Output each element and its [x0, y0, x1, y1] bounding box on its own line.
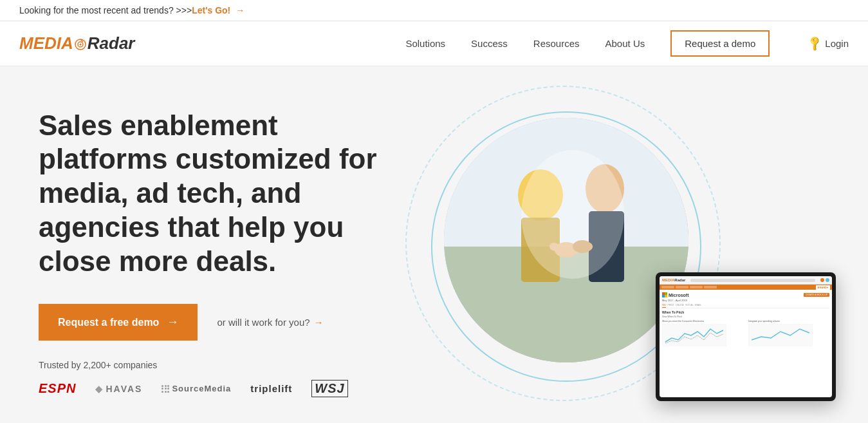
device-chart-container: Show you meet the Consumer Electronics I… — [662, 320, 829, 347]
device-search-bar — [690, 279, 815, 282]
logo-radar: Radar — [88, 33, 135, 53]
free-demo-button[interactable]: Request a free demo → — [39, 304, 198, 341]
brand-logo-sourcemedia: SourceMedia — [162, 384, 231, 393]
device-tab-active: PAY — [662, 304, 666, 308]
device-nav-item-2 — [676, 286, 688, 288]
banner-link[interactable]: Let's Go! → — [192, 5, 245, 15]
device-company-name: Microsoft — [669, 293, 689, 297]
device-chart-title: When To Pitch — [662, 310, 829, 314]
device-date-range: May 2017 - April 2019 — [662, 299, 829, 302]
device-cta-btn: BRAND▾ — [816, 285, 830, 290]
free-demo-label: Request a free demo — [58, 317, 159, 328]
device-create-btn: CREATE A MOCK-UP — [804, 293, 829, 297]
nav-item-resources[interactable]: Resources — [533, 38, 580, 49]
device-nav-item-4 — [704, 286, 717, 288]
device-mockup: MEDIARadar BRAND▾ — [656, 272, 836, 401]
request-demo-button[interactable]: Request a demo — [670, 30, 770, 57]
nav-item-solutions[interactable]: Solutions — [405, 38, 445, 49]
logo-media: MEDIA — [19, 33, 73, 53]
secondary-cta-arrow: → — [314, 317, 324, 328]
device-right-chart: Integrate your spending volume — [748, 320, 829, 347]
banner-arrow-icon: → — [235, 5, 245, 15]
ms-q1 — [662, 292, 665, 295]
device-content: Microsoft CREATE A MOCK-UP May 2017 - Ap… — [660, 290, 832, 350]
hero-title: Sales enablement platforms customized fo… — [39, 109, 392, 279]
brand-logos-row: ESPN ◆HAVAS SourceMedia triplelif — [39, 380, 392, 397]
main-nav: Solutions Success Resources About Us Req… — [405, 30, 849, 57]
login-label: Login — [825, 38, 849, 49]
device-tab-2: PRINT — [667, 304, 674, 308]
ms-q3 — [662, 295, 665, 297]
device-tab-3: ONLINE — [676, 304, 684, 308]
hero-photo — [444, 118, 688, 362]
device-chart-label-2: Integrate your spending volume — [748, 320, 829, 323]
logo[interactable]: MEDIA Radar — [19, 33, 134, 53]
trusted-text: Trusted by 2,200+ companies — [39, 360, 392, 370]
device-logo: MEDIARadar — [662, 278, 685, 282]
hero-visual-right: MEDIARadar BRAND▾ — [392, 92, 849, 414]
key-icon: 🔑 — [806, 35, 824, 53]
device-microsoft-logo: Microsoft CREATE A MOCK-UP — [662, 292, 829, 297]
device-chart-svg — [662, 324, 726, 346]
device-nav-item-1 — [661, 286, 674, 288]
free-demo-arrow: → — [167, 315, 178, 329]
device-nav-bar: BRAND▾ — [660, 285, 832, 290]
device-screen-header: MEDIARadar — [660, 276, 832, 285]
login-area[interactable]: 🔑 Login — [808, 37, 849, 50]
device-tab-5: EMAIL — [695, 304, 702, 308]
top-banner: Looking for the most recent ad trends? >… — [0, 0, 868, 21]
device-left-chart: Show you meet the Consumer Electronics — [662, 320, 743, 347]
nav-item-about-us[interactable]: About Us — [605, 38, 645, 49]
device-tabs: PAY PRINT ONLINE SOCIAL EMAIL — [662, 304, 829, 308]
svg-rect-15 — [748, 324, 813, 346]
header: MEDIA Radar Solutions Success Resources … — [0, 21, 868, 66]
cta-row: Request a free demo → or will it work fo… — [39, 304, 392, 341]
svg-rect-14 — [662, 324, 726, 346]
ms-grid-icon — [662, 292, 667, 297]
brand-logo-havas: ◆HAVAS — [95, 384, 142, 394]
nav-item-success[interactable]: Success — [471, 38, 508, 49]
hero-content-left: Sales enablement platforms customized fo… — [39, 109, 392, 398]
banner-text: Looking for the most recent ad trends? >… — [19, 5, 192, 15]
device-icons — [820, 278, 829, 282]
logo-icon-svg — [74, 38, 87, 51]
device-nav-item-3 — [690, 286, 703, 288]
hero-section: Sales enablement platforms customized fo… — [0, 66, 868, 423]
brand-logo-espn: ESPN — [39, 381, 76, 396]
svg-point-2 — [79, 43, 81, 45]
secondary-cta-text: or will it work for you? — [217, 317, 309, 328]
ms-q4 — [665, 295, 667, 297]
sourcemedia-grid-icon — [162, 385, 169, 393]
device-screen: MEDIARadar BRAND▾ — [660, 276, 832, 397]
device-chart-sub: View When To Pitch — [662, 315, 829, 318]
device-chart-label: Show you meet the Consumer Electronics — [662, 320, 743, 323]
secondary-cta[interactable]: or will it work for you? → — [217, 317, 323, 328]
brand-logo-wsj: WSJ — [311, 380, 347, 397]
svg-point-13 — [521, 150, 624, 279]
banner-link-text: Let's Go! — [192, 5, 230, 15]
device-tab-4: SOCIAL — [685, 304, 694, 308]
ms-q2 — [665, 292, 667, 295]
device-chart-svg-2 — [748, 324, 813, 346]
brand-logo-triplelift: triplelift — [250, 383, 292, 394]
handshake-illustration — [444, 118, 688, 362]
